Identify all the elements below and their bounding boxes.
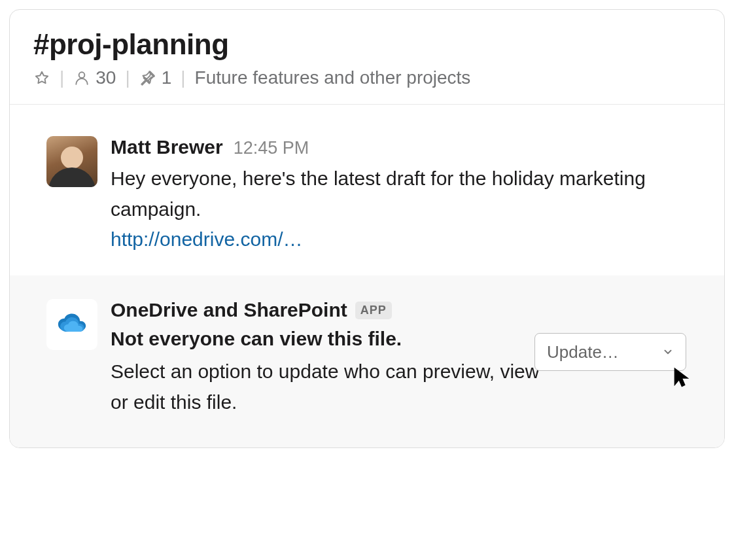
message-row: Matt Brewer 12:45 PM Hey everyone, here'… xyxy=(10,105,724,275)
member-count: 30 xyxy=(96,67,116,88)
member-count-group[interactable]: 30 xyxy=(73,67,116,88)
select-label: Update… xyxy=(547,342,619,362)
person-icon xyxy=(73,69,90,86)
app-attachment-description: Select an option to update who can previ… xyxy=(111,357,555,417)
channel-topic[interactable]: Future features and other projects xyxy=(195,67,471,88)
channel-header: #proj-planning | 30 | 1 | Future feature… xyxy=(10,10,724,105)
message-header: Matt Brewer 12:45 PM xyxy=(111,136,701,158)
message-timestamp[interactable]: 12:45 PM xyxy=(234,138,309,158)
app-header: OneDrive and SharePoint APP xyxy=(111,299,555,321)
slack-channel-card: #proj-planning | 30 | 1 | Future feature… xyxy=(9,9,725,448)
message-body: Matt Brewer 12:45 PM Hey everyone, here'… xyxy=(111,136,701,251)
divider: | xyxy=(60,67,64,88)
pin-icon xyxy=(139,69,156,86)
onedrive-icon xyxy=(55,310,89,339)
channel-meta: | 30 | 1 | Future features and other pro… xyxy=(33,67,703,88)
svg-point-0 xyxy=(79,72,85,78)
pinned-count: 1 xyxy=(162,67,172,88)
channel-name[interactable]: #proj-planning xyxy=(33,28,703,61)
star-icon[interactable] xyxy=(33,69,50,86)
divider: | xyxy=(181,67,185,88)
divider: | xyxy=(125,67,130,88)
app-attachment-title: Not everyone can view this file. xyxy=(111,328,555,350)
chevron-down-icon xyxy=(662,346,674,358)
app-body: OneDrive and SharePoint APP Not everyone… xyxy=(111,299,555,417)
app-name[interactable]: OneDrive and SharePoint xyxy=(111,299,347,321)
avatar[interactable] xyxy=(46,136,97,187)
update-select-button[interactable]: Update… xyxy=(534,333,686,371)
message-text: Hey everyone, here's the latest draft fo… xyxy=(111,164,699,224)
message-author[interactable]: Matt Brewer xyxy=(111,136,223,158)
message-list: Matt Brewer 12:45 PM Hey everyone, here'… xyxy=(10,105,724,447)
app-icon-tile[interactable] xyxy=(46,299,97,350)
message-link[interactable]: http://onedrive.com/… xyxy=(111,228,302,251)
pinned-count-group[interactable]: 1 xyxy=(139,67,172,88)
app-attachment-block: OneDrive and SharePoint APP Not everyone… xyxy=(10,275,724,447)
app-badge: APP xyxy=(355,302,392,319)
